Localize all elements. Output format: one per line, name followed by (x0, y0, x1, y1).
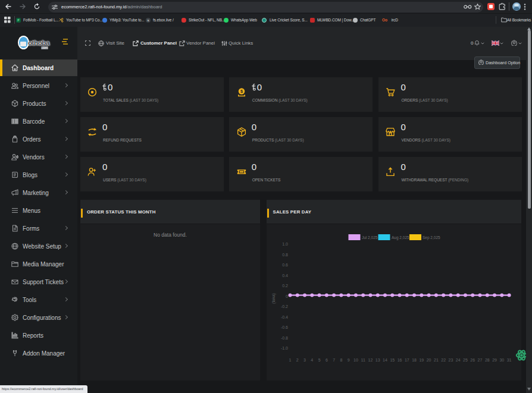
svg-text:29: 29 (492, 358, 497, 362)
svg-text:-1.0: -1.0 (280, 346, 287, 350)
svg-text:Aug 2,025: Aug 2,025 (392, 235, 409, 240)
svg-text:-0.2: -0.2 (280, 304, 287, 309)
svg-text:22: 22 (441, 358, 446, 362)
svg-text:9: 9 (347, 358, 349, 362)
svg-text:0.4: 0.4 (282, 273, 288, 278)
svg-text:4: 4 (311, 358, 313, 362)
svg-text:1: 1 (289, 358, 291, 362)
svg-text:13: 13 (375, 358, 380, 362)
svg-text:0.2: 0.2 (282, 284, 288, 288)
svg-text:24: 24 (455, 358, 460, 362)
svg-text:-0.8: -0.8 (280, 336, 287, 340)
svg-text:25: 25 (463, 358, 468, 362)
svg-text:3: 3 (303, 358, 306, 362)
svg-text:0.8: 0.8 (282, 253, 288, 257)
svg-text:28: 28 (484, 358, 489, 362)
svg-text:-0.4: -0.4 (280, 315, 287, 319)
svg-text:(taka): (taka) (271, 293, 276, 304)
svg-text:19: 19 (419, 358, 424, 362)
svg-text:27: 27 (477, 358, 482, 362)
svg-text:23: 23 (448, 358, 453, 362)
svg-text:21: 21 (434, 358, 439, 362)
svg-text:1.0: 1.0 (282, 242, 288, 246)
svg-text:Jul 2,025: Jul 2,025 (362, 235, 378, 240)
svg-text:7: 7 (333, 358, 335, 362)
svg-text:14: 14 (383, 358, 387, 362)
svg-text:5: 5 (318, 358, 320, 362)
svg-text:0: 0 (286, 294, 288, 298)
svg-text:15: 15 (390, 358, 395, 362)
svg-text:20: 20 (426, 358, 431, 362)
svg-text:8: 8 (340, 358, 342, 362)
svg-text:Sep 2,025: Sep 2,025 (423, 235, 440, 240)
svg-text:-0.6: -0.6 (280, 325, 287, 329)
svg-text:16: 16 (397, 358, 402, 362)
svg-text:31: 31 (506, 358, 511, 362)
svg-text:10: 10 (353, 358, 358, 362)
svg-text:6: 6 (325, 358, 327, 362)
svg-text:12: 12 (368, 358, 373, 362)
svg-text:11: 11 (361, 358, 365, 362)
svg-text:30: 30 (499, 358, 504, 362)
svg-text:17: 17 (404, 358, 409, 362)
svg-text:0.6: 0.6 (282, 263, 288, 267)
svg-text:26: 26 (470, 358, 475, 362)
svg-text:18: 18 (412, 358, 417, 362)
svg-text:2: 2 (296, 358, 298, 362)
